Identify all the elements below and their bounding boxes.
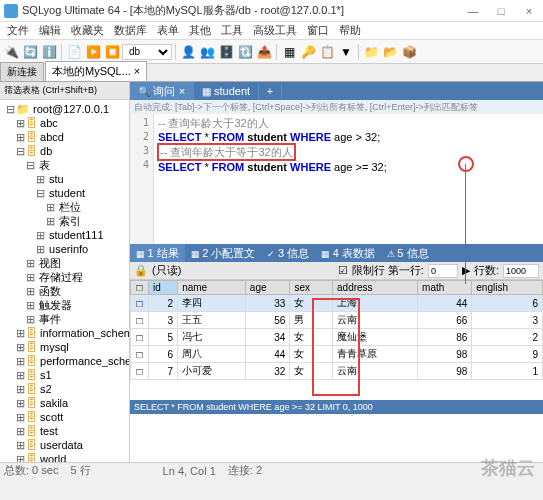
tree-funcs[interactable]: ⊞ 函数 <box>2 284 127 298</box>
tab-profile[interactable]: ▦ 2 小配置文 <box>185 244 262 263</box>
tree-db[interactable]: ⊞🗄 information_schema <box>2 326 127 340</box>
tree-procs[interactable]: ⊞ 存储过程 <box>2 270 127 284</box>
status-rows: 5 行 <box>70 463 90 478</box>
tree-db[interactable]: ⊞🗄 world <box>2 452 127 462</box>
refresh-icon[interactable]: 🔄 <box>21 43 39 61</box>
tree-db[interactable]: ⊞🗄 test <box>2 424 127 438</box>
tree-events[interactable]: ⊞ 事件 <box>2 312 127 326</box>
result-grid[interactable]: □ id name age sex address math english □… <box>130 280 543 400</box>
tree-table[interactable]: ⊞ student111 <box>2 228 127 242</box>
tree-views[interactable]: ⊞ 视图 <box>2 256 127 270</box>
titlebar: SQLyog Ultimate 64 - [本地的MySQL服务器/db - r… <box>0 0 543 22</box>
window-title: SQLyog Ultimate 64 - [本地的MySQL服务器/db - r… <box>22 3 463 18</box>
col-math[interactable]: math <box>418 281 472 295</box>
menu-database[interactable]: 数据库 <box>111 23 150 38</box>
tree-indexes[interactable]: ⊞ 索引 <box>2 214 127 228</box>
toolbar-separator <box>358 44 359 60</box>
export-icon[interactable]: 📤 <box>255 43 273 61</box>
tree-table[interactable]: ⊟ student <box>2 186 127 200</box>
menu-advanced[interactable]: 高级工具 <box>250 23 300 38</box>
tree-root[interactable]: ⊟📁 root@127.0.0.1 <box>2 102 127 116</box>
menu-help[interactable]: 帮助 <box>336 23 364 38</box>
tree-table[interactable]: ⊞ stu <box>2 172 127 186</box>
connection-tabs: 新连接 本地的MySQL... × <box>0 64 543 82</box>
sync-icon[interactable]: 🔃 <box>236 43 254 61</box>
first-row-input[interactable] <box>428 264 458 278</box>
key-icon[interactable]: 🔑 <box>299 43 317 61</box>
tab-local-mysql[interactable]: 本地的MySQL... × <box>45 61 147 81</box>
result-tabs: ▦ 1 结果 ▦ 2 小配置文 ✓ 3 信息 ▦ 4 表数据 ⚠ 5 信息 <box>130 244 543 262</box>
col-check[interactable]: □ <box>131 281 149 295</box>
close-icon[interactable]: × <box>179 85 185 97</box>
tree-db[interactable]: ⊞🗄 mysql <box>2 340 127 354</box>
tab-add[interactable]: + <box>259 84 282 99</box>
table-row[interactable]: □2李四33女上海446 <box>131 295 543 312</box>
sql-editor[interactable]: 1234 -- 查询年龄大于32的人 SELECT * FROM student… <box>130 114 543 244</box>
tool1-icon[interactable]: 📁 <box>362 43 380 61</box>
col-english[interactable]: english <box>472 281 543 295</box>
table-row[interactable]: □6周八44女青青草原989 <box>131 346 543 363</box>
filter-icon[interactable]: ▼ <box>337 43 355 61</box>
tab-query[interactable]: 🔍 询问× <box>130 82 194 101</box>
menu-window[interactable]: 窗口 <box>304 23 332 38</box>
tab-new-connection[interactable]: 新连接 <box>0 62 44 81</box>
menu-edit[interactable]: 编辑 <box>36 23 64 38</box>
maximize-button[interactable]: □ <box>491 2 511 20</box>
col-id[interactable]: id <box>149 281 178 295</box>
table-row[interactable]: □5冯七34女魔仙堡862 <box>131 329 543 346</box>
tree-triggers[interactable]: ⊞ 触发器 <box>2 298 127 312</box>
tab-student[interactable]: ▦ student <box>194 83 259 99</box>
tab-tabledata[interactable]: ▦ 4 表数据 <box>315 244 381 263</box>
db-icon[interactable]: 🗄️ <box>217 43 235 61</box>
rows-label: 行数: <box>474 263 499 278</box>
tree-db[interactable]: ⊞🗄 s1 <box>2 368 127 382</box>
statusbar: 总数: 0 sec 5 行 Ln 4, Col 1 连接: 2 <box>0 462 543 478</box>
tree-columns[interactable]: ⊞ 栏位 <box>2 200 127 214</box>
content-area: 🔍 询问× ▦ student + 自动完成: [Tab]->下一个标签, [C… <box>130 82 543 462</box>
new-conn-icon[interactable]: 🔌 <box>2 43 20 61</box>
stop-icon[interactable]: ⏹️ <box>103 43 121 61</box>
database-select[interactable]: db <box>122 44 172 60</box>
users-icon[interactable]: 👥 <box>198 43 216 61</box>
menu-tools[interactable]: 工具 <box>218 23 246 38</box>
code-area[interactable]: -- 查询年龄大于32的人 SELECT * FROM student WHER… <box>154 114 543 244</box>
tree-db[interactable]: ⊞🗄 s2 <box>2 382 127 396</box>
tree-db[interactable]: ⊞🗄 abcd <box>2 130 127 144</box>
tool2-icon[interactable]: 📂 <box>381 43 399 61</box>
menu-file[interactable]: 文件 <box>4 23 32 38</box>
tree-db[interactable]: ⊞🗄 userdata <box>2 438 127 452</box>
close-button[interactable]: × <box>519 2 539 20</box>
table-row[interactable]: □7小可爱32女云南981 <box>131 363 543 380</box>
close-icon[interactable]: × <box>134 65 140 77</box>
menu-other[interactable]: 其他 <box>186 23 214 38</box>
tree-db[interactable]: ⊞🗄 scott <box>2 410 127 424</box>
tree-tables[interactable]: ⊟ 表 <box>2 158 127 172</box>
user-icon[interactable]: 👤 <box>179 43 197 61</box>
tree-db[interactable]: ⊞🗄 abc <box>2 116 127 130</box>
info-icon[interactable]: ℹ️ <box>40 43 58 61</box>
tab-info3[interactable]: ✓ 3 信息 <box>261 244 315 263</box>
form-icon[interactable]: 📋 <box>318 43 336 61</box>
tree-db[interactable]: ⊞🗄 performance_schema <box>2 354 127 368</box>
col-sex[interactable]: sex <box>290 281 333 295</box>
col-address[interactable]: address <box>333 281 418 295</box>
menu-table[interactable]: 表单 <box>154 23 182 38</box>
menubar: 文件 编辑 收藏夹 数据库 表单 其他 工具 高级工具 窗口 帮助 <box>0 22 543 40</box>
exec-icon[interactable]: ▶️ <box>84 43 102 61</box>
tree-db[interactable]: ⊞🗄 sakila <box>2 396 127 410</box>
rows-input[interactable] <box>503 264 539 278</box>
minimize-button[interactable]: — <box>463 2 483 20</box>
col-name[interactable]: name <box>178 281 246 295</box>
menu-favorites[interactable]: 收藏夹 <box>68 23 107 38</box>
new-query-icon[interactable]: 📄 <box>65 43 83 61</box>
hint-bar: 自动完成: [Tab]->下一个标签, [Ctrl+Space]->列出所有标签… <box>130 100 543 114</box>
tab-result[interactable]: ▦ 1 结果 <box>130 244 185 263</box>
toolbar-separator <box>276 44 277 60</box>
table-row[interactable]: □3王五56男云南663 <box>131 312 543 329</box>
tool3-icon[interactable]: 📦 <box>400 43 418 61</box>
tree-db[interactable]: ⊟🗄 db <box>2 144 127 158</box>
tree-table[interactable]: ⊞ userinfo <box>2 242 127 256</box>
table-icon[interactable]: ▦ <box>280 43 298 61</box>
col-age[interactable]: age <box>245 281 290 295</box>
tab-info5[interactable]: ⚠ 5 信息 <box>381 244 435 263</box>
